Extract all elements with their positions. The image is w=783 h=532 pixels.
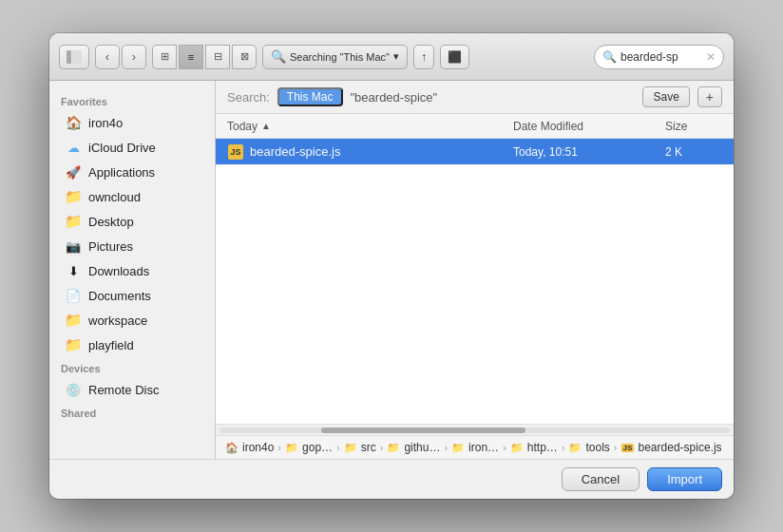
path-item-iron4o[interactable]: 🏠 iron4o bbox=[225, 441, 274, 454]
file-name: bearded-spice.js bbox=[250, 144, 513, 159]
sidebar-item-playfield[interactable]: 📁 playfield bbox=[53, 332, 211, 357]
share-icon: ⬛ bbox=[448, 50, 462, 64]
path-item-github[interactable]: 📁 githu… bbox=[387, 441, 440, 454]
search-label: Search: bbox=[227, 90, 270, 104]
sidebar-item-desktop[interactable]: 📁 Desktop bbox=[53, 209, 211, 234]
path-separator: › bbox=[562, 442, 565, 453]
sidebar-item-label: Remote Disc bbox=[88, 383, 159, 397]
path-separator: › bbox=[444, 442, 448, 453]
forward-button[interactable]: › bbox=[122, 45, 146, 69]
path-label: http… bbox=[527, 441, 558, 454]
icon-view-button[interactable]: ⊞ bbox=[152, 45, 177, 69]
path-item-gop[interactable]: 📁 gop… bbox=[285, 441, 333, 454]
dropdown-arrow-icon: ▾ bbox=[393, 50, 399, 63]
folder-path-icon: 📁 bbox=[387, 441, 400, 454]
path-item-http[interactable]: 📁 http… bbox=[510, 441, 558, 454]
icon-view-icon: ⊞ bbox=[161, 50, 169, 63]
sidebar-item-pictures[interactable]: 📷 Pictures bbox=[53, 234, 211, 258]
import-button[interactable]: Import bbox=[647, 467, 722, 491]
sidebar-item-downloads[interactable]: ⬇ Downloads bbox=[53, 258, 211, 283]
sidebar-item-applications[interactable]: 🚀 Applications bbox=[53, 160, 211, 184]
back-icon: ‹ bbox=[105, 49, 109, 64]
main-content: Search: This Mac "bearded-spice" Save + … bbox=[216, 81, 734, 459]
path-label: iron4o bbox=[242, 441, 274, 454]
sidebar-item-label: Desktop bbox=[88, 215, 134, 229]
js-path-icon: JS bbox=[621, 441, 635, 454]
column-view-icon: ⊟ bbox=[214, 50, 222, 63]
back-button[interactable]: ‹ bbox=[95, 45, 120, 69]
downloads-icon: ⬇ bbox=[65, 262, 82, 279]
path-separator: › bbox=[503, 442, 506, 453]
name-column-label: Today bbox=[227, 120, 258, 133]
sidebar-item-label: playfield bbox=[88, 338, 134, 352]
share-button[interactable]: ⬛ bbox=[440, 45, 469, 69]
file-date: Today, 10:51 bbox=[513, 145, 665, 159]
sidebar-item-label: owncloud bbox=[88, 190, 141, 204]
view-group: ⊞ ≡ ⊟ ⊠ bbox=[152, 45, 257, 69]
sidebar-item-label: iron4o bbox=[88, 116, 123, 130]
home-icon: 🏠 bbox=[65, 114, 82, 131]
search-input[interactable] bbox=[621, 50, 702, 64]
scrollbar-thumb bbox=[321, 428, 525, 433]
sidebar: Favorites 🏠 iron4o ☁ iCloud Drive 🚀 Appl… bbox=[49, 81, 216, 459]
action-icon: ↑ bbox=[421, 50, 427, 64]
column-view-button[interactable]: ⊟ bbox=[205, 45, 230, 69]
sidebar-item-icloud-drive[interactable]: ☁ iCloud Drive bbox=[53, 135, 211, 160]
footer: Cancel Import bbox=[49, 459, 734, 499]
applications-icon: 🚀 bbox=[65, 163, 82, 180]
sidebar-item-documents[interactable]: 📄 Documents bbox=[53, 283, 211, 308]
sidebar-item-remote-disc[interactable]: 💿 Remote Disc bbox=[53, 377, 211, 402]
sidebar-item-label: iCloud Drive bbox=[88, 141, 156, 155]
sidebar-toggle-button[interactable] bbox=[59, 45, 89, 69]
body: Favorites 🏠 iron4o ☁ iCloud Drive 🚀 Appl… bbox=[49, 81, 734, 459]
path-label: githu… bbox=[404, 441, 440, 454]
path-separator: › bbox=[277, 442, 281, 453]
cancel-button[interactable]: Cancel bbox=[562, 467, 640, 491]
svg-rect-0 bbox=[67, 50, 71, 64]
devices-label: Devices bbox=[49, 357, 215, 377]
file-list: JS bearded-spice.js Today, 10:51 2 K bbox=[216, 139, 734, 424]
folder-icon: 🔍 bbox=[271, 49, 286, 64]
folder-path-icon: 📁 bbox=[285, 441, 298, 454]
folder-icon: 📁 bbox=[65, 213, 82, 230]
path-item-tools[interactable]: 📁 tools bbox=[568, 441, 609, 454]
sidebar-item-owncloud[interactable]: 📁 owncloud bbox=[53, 184, 211, 209]
date-column-header[interactable]: Date Modified bbox=[513, 120, 665, 133]
action-button[interactable]: ↑ bbox=[413, 45, 434, 69]
shared-label: Shared bbox=[49, 402, 215, 422]
scrollbar-track bbox=[220, 428, 730, 433]
sidebar-item-label: workspace bbox=[88, 314, 147, 328]
list-view-icon: ≡ bbox=[188, 51, 194, 63]
list-view-button[interactable]: ≡ bbox=[179, 45, 203, 69]
toolbar: ‹ › ⊞ ≡ ⊟ ⊠ 🔍 Searching "This Mac" ▾ bbox=[49, 33, 734, 81]
search-scope-button[interactable]: This Mac bbox=[277, 87, 343, 106]
clear-search-icon[interactable]: ✕ bbox=[706, 50, 716, 64]
sort-arrow-icon: ▲ bbox=[261, 121, 271, 131]
save-button[interactable]: Save bbox=[642, 86, 689, 107]
name-column-header[interactable]: Today ▲ bbox=[227, 120, 513, 133]
sidebar-item-iron4o[interactable]: 🏠 iron4o bbox=[53, 110, 211, 135]
sidebar-item-workspace[interactable]: 📁 workspace bbox=[53, 308, 211, 332]
table-row[interactable]: JS bearded-spice.js Today, 10:51 2 K bbox=[216, 139, 734, 165]
file-size: 2 K bbox=[665, 145, 722, 159]
search-header: Search: This Mac "bearded-spice" Save + bbox=[216, 81, 734, 114]
cloud-icon: ☁ bbox=[65, 139, 82, 156]
file-list-header: Today ▲ Date Modified Size bbox=[216, 114, 734, 139]
disc-icon: 💿 bbox=[65, 381, 82, 398]
search-bar[interactable]: 🔍 ✕ bbox=[594, 45, 724, 69]
forward-icon: › bbox=[132, 49, 136, 64]
path-item-src[interactable]: 📁 src bbox=[344, 441, 376, 454]
horizontal-scrollbar[interactable] bbox=[216, 425, 734, 436]
folder-icon: 📁 bbox=[65, 336, 82, 353]
location-label: Searching "This Mac" bbox=[290, 51, 390, 63]
sidebar-item-label: Documents bbox=[88, 289, 151, 303]
path-item-bearded-spice[interactable]: JS bearded-spice.js bbox=[621, 441, 722, 454]
cover-flow-button[interactable]: ⊠ bbox=[232, 45, 257, 69]
path-separator: › bbox=[336, 442, 340, 453]
folder-icon: 📁 bbox=[65, 188, 82, 205]
sidebar-item-label: Pictures bbox=[88, 239, 133, 254]
location-popup-button[interactable]: 🔍 Searching "This Mac" ▾ bbox=[262, 45, 408, 69]
add-criterion-button[interactable]: + bbox=[697, 86, 722, 107]
path-item-iron[interactable]: 📁 iron… bbox=[451, 441, 499, 454]
size-column-header[interactable]: Size bbox=[665, 120, 722, 133]
